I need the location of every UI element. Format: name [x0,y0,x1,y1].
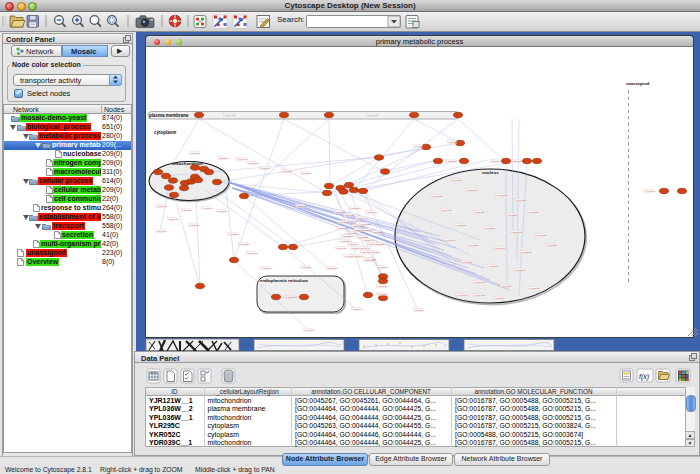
svg-text:YDR039C: YDR039C [350,207,361,210]
svg-text:YHR174W: YHR174W [456,294,468,297]
svg-text:YDR148C: YDR148C [334,211,345,214]
svg-text:YGR240C: YGR240C [474,281,485,284]
svg-text:YKR052C: YKR052C [282,170,293,173]
svg-text:YJR121W: YJR121W [354,229,366,232]
svg-text:YLR295C: YLR295C [189,224,200,227]
svg-text:YLR295C: YLR295C [521,251,532,254]
svg-text:YGR240C: YGR240C [366,211,377,214]
svg-text:YDR148C: YDR148C [327,267,338,270]
svg-text:YOL086C: YOL086C [501,285,512,288]
svg-text:YJR121W: YJR121W [446,160,458,163]
svg-text:YLR295C: YLR295C [529,287,540,290]
svg-text:YJR121W: YJR121W [352,308,364,311]
svg-text:YKL029C: YKL029C [494,297,505,300]
svg-text:YHR174W: YHR174W [261,267,273,270]
svg-text:YDR148C: YDR148C [168,218,179,221]
svg-text:YDR148C: YDR148C [494,247,505,250]
svg-text:YJR121W: YJR121W [374,243,386,246]
svg-text:cytoplasm: cytoplasm [154,130,176,135]
svg-text:YOL086C: YOL086C [645,190,656,193]
svg-text:YDR039C: YDR039C [342,235,353,238]
svg-text:YKL029C: YKL029C [516,199,527,202]
svg-text:YJR121W: YJR121W [488,265,500,268]
svg-text:YPL036W: YPL036W [337,227,349,230]
svg-text:YKR052C: YKR052C [364,259,375,262]
svg-text:YKL029C: YKL029C [414,309,425,312]
svg-text:YOL086C: YOL086C [348,243,359,246]
svg-text:YGR240C: YGR240C [512,160,523,163]
svg-text:YDR039C: YDR039C [286,296,297,299]
svg-text:YKL029C: YKL029C [301,266,312,269]
svg-text:YKR052C: YKR052C [377,285,388,288]
svg-text:YLR295C: YLR295C [260,167,271,170]
svg-text:YLR295C: YLR295C [353,255,364,258]
svg-text:YKR052C: YKR052C [228,233,239,236]
svg-text:YKL029C: YKL029C [468,244,479,247]
svg-text:mitochondrion: mitochondrion [172,161,203,166]
svg-text:YLR295C: YLR295C [474,211,485,214]
svg-text:YHR174W: YHR174W [496,194,508,197]
svg-text:YDR148C: YDR148C [224,114,235,117]
svg-text:YHR174W: YHR174W [358,247,370,250]
svg-text:YPL036W: YPL036W [301,172,313,175]
svg-text:YGR240C: YGR240C [363,239,374,242]
svg-text:unassigned: unassigned [626,81,650,86]
svg-text:YDR039C: YDR039C [490,160,501,163]
svg-text:YDR039C: YDR039C [248,162,259,165]
svg-text:YPL036W: YPL036W [461,261,473,264]
svg-text:f(x): f(x) [639,373,649,381]
svg-text:YDR039C: YDR039C [451,179,462,182]
svg-text:YKR052C: YKR052C [414,145,425,148]
svg-text:YLR295C: YLR295C [348,220,359,223]
svg-text:YGR240C: YGR240C [466,189,477,192]
svg-text:YDR148C: YDR148C [237,158,248,161]
svg-text:YKL029C: YKL029C [217,210,228,213]
svg-text:YDR148C: YDR148C [336,247,347,250]
svg-text:YPL036W: YPL036W [528,211,540,214]
svg-text:YOL086C: YOL086C [156,230,167,233]
svg-text:YJR121W: YJR121W [296,205,308,208]
svg-text:plasma membrane: plasma membrane [149,113,189,118]
svg-text:YPL036W: YPL036W [239,243,251,246]
svg-text:YKL029C: YKL029C [190,152,201,155]
svg-text:YKR052C: YKR052C [360,223,371,226]
svg-text:YOL086C: YOL086C [182,209,193,212]
svg-text:nucleus: nucleus [482,170,499,175]
svg-text:YKL029C: YKL029C [338,221,349,224]
svg-text:YJR121W: YJR121W [456,224,468,227]
svg-text:YHR174W: YHR174W [444,239,456,242]
svg-text:YOL086C: YOL086C [432,195,443,198]
svg-text:YHR174W: YHR174W [202,207,214,210]
svg-text:YDR039C: YDR039C [484,227,495,230]
svg-text:YKR052C: YKR052C [546,244,557,247]
svg-text:YKR052C: YKR052C [506,214,517,217]
svg-text:YPL036W: YPL036W [448,141,460,144]
svg-text:YOL086C: YOL086C [344,214,355,217]
svg-text:YGR240C: YGR240C [511,231,522,234]
svg-text:YDR148C: YDR148C [441,209,452,212]
svg-text:YGR240C: YGR240C [156,205,167,208]
svg-text:YDR039C: YDR039C [514,269,525,272]
svg-text:endoplasmic reticulum: endoplasmic reticulum [260,278,308,283]
svg-text:YLR295C: YLR295C [378,266,389,269]
svg-text:YOL086C: YOL086C [536,234,547,237]
svg-text:YKL029C: YKL029C [370,251,381,254]
svg-text:YLR295C: YLR295C [367,114,378,117]
svg-text:YGR240C: YGR240C [247,252,258,255]
svg-text:YPL036W: YPL036W [372,231,384,234]
svg-text:YDR148C: YDR148C [474,294,485,297]
svg-text:YJR121W: YJR121W [218,157,230,160]
svg-text:YPL036W: YPL036W [377,293,389,296]
